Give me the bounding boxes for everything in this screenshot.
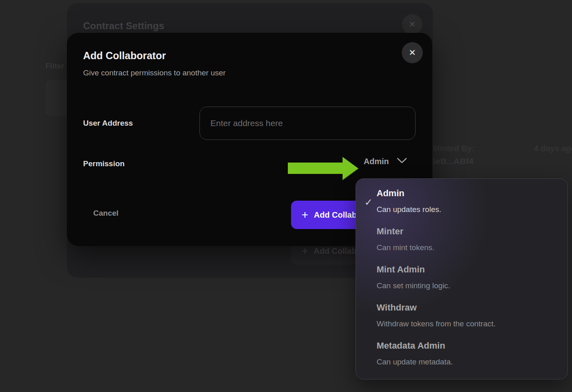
permission-dropdown-menu: ✓ Admin Can updates roles. Minter Can mi…: [356, 178, 568, 379]
background-minted-time: 4 days ago: [534, 144, 572, 153]
option-description: Can updates roles.: [377, 204, 555, 215]
dropdown-option-mint-admin[interactable]: Mint Admin Can set minting logic.: [377, 264, 555, 291]
dropdown-option-withdraw[interactable]: Withdraw Withdraw tokens from the contra…: [377, 302, 555, 329]
user-address-input[interactable]: [199, 107, 416, 140]
plus-icon: +: [302, 245, 308, 257]
dialog-subtitle: Give contract permissions to another use…: [83, 69, 226, 77]
cancel-button[interactable]: Cancel: [93, 209, 118, 218]
option-title: Minter: [377, 226, 555, 237]
background-minted-address: 6eB...ABf4: [431, 156, 473, 166]
dialog-title: Add Collaborator: [83, 50, 166, 62]
option-description: Can mint tokens.: [377, 242, 555, 253]
annotation-arrow-icon: [286, 155, 363, 184]
contract-settings-close-button[interactable]: ✕: [402, 14, 422, 34]
option-title: Admin: [377, 188, 555, 199]
background-minted-by-label: Minted By:: [433, 144, 474, 153]
user-address-label: User Address: [83, 119, 133, 128]
dropdown-option-metadata-admin[interactable]: Metadata Admin Can update metadata.: [377, 340, 555, 367]
contract-settings-title: Contract Settings: [83, 20, 164, 32]
plus-icon: +: [302, 208, 308, 221]
option-description: Withdraw tokens from the contract.: [377, 319, 555, 329]
option-description: Can set minting logic.: [377, 281, 555, 291]
permission-label: Permission: [83, 159, 124, 168]
permission-selected-value: Admin: [364, 157, 389, 166]
option-title: Mint Admin: [377, 264, 555, 275]
screen: Filter Minted By: 4 days ago 6eB...ABf4 …: [0, 0, 572, 392]
option-title: Metadata Admin: [377, 340, 555, 351]
dropdown-option-minter[interactable]: Minter Can mint tokens.: [377, 226, 555, 253]
close-icon: ✕: [409, 48, 416, 58]
chevron-down-icon: [397, 158, 407, 165]
dropdown-option-admin[interactable]: Admin Can updates roles.: [377, 188, 555, 215]
option-title: Withdraw: [377, 302, 555, 313]
close-icon: ✕: [409, 19, 416, 29]
permission-select[interactable]: Admin: [364, 157, 407, 166]
option-description: Can update metadata.: [377, 357, 555, 367]
background-filter-label: Filter: [45, 62, 64, 71]
check-icon: ✓: [364, 197, 373, 208]
dialog-close-button[interactable]: ✕: [402, 42, 423, 63]
